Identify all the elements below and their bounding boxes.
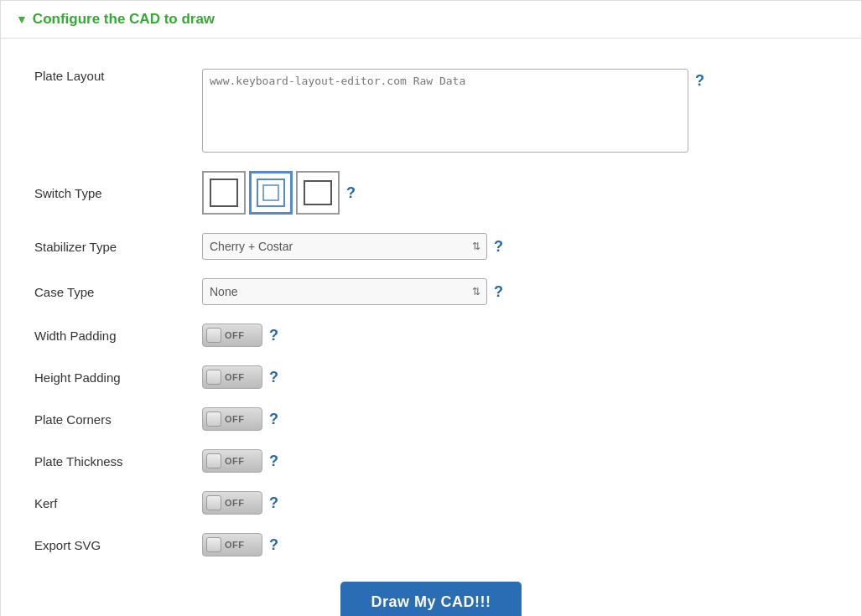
switch-type-control: ? [202, 171, 828, 215]
page-title: Configure the CAD to draw [33, 11, 215, 28]
kerf-help-icon[interactable]: ? [269, 494, 278, 512]
switch-type-label: Switch Type [34, 186, 202, 200]
plate-corners-control: OFF ? [202, 407, 828, 431]
stabilizer-type-select[interactable]: Cherry + Costar Cherry Costar None [202, 233, 487, 260]
width-padding-toggle-label: OFF [225, 330, 245, 340]
height-padding-toggle[interactable]: OFF [202, 365, 262, 389]
export-svg-help-icon[interactable]: ? [269, 536, 278, 554]
switch-type-btn-2[interactable] [249, 171, 293, 215]
stabilizer-type-select-wrapper: Cherry + Costar Cherry Costar None [202, 233, 487, 260]
switch-type-btn-3[interactable] [296, 171, 340, 215]
form-area: Plate Layout ? Switch Type [1, 39, 861, 616]
width-padding-toggle[interactable]: OFF [202, 324, 262, 347]
plate-thickness-control: OFF ? [202, 449, 828, 473]
plate-thickness-label: Plate Thickness [34, 454, 202, 468]
width-padding-control: OFF ? [202, 324, 828, 347]
toggle-knob-icon [206, 328, 221, 343]
plate-layout-row: Plate Layout ? [34, 64, 828, 153]
main-container: ▼ Configure the CAD to draw Plate Layout… [0, 0, 862, 616]
svg-rect-0 [210, 179, 237, 206]
height-padding-label: Height Padding [34, 370, 202, 385]
switch-btn-group [202, 171, 340, 215]
kerf-label: Kerf [34, 496, 202, 510]
kerf-toggle-label: OFF [225, 498, 245, 508]
case-type-label: Case Type [34, 285, 202, 299]
stabilizer-type-help-icon[interactable]: ? [494, 238, 503, 256]
switch-type-row: Switch Type [34, 171, 828, 215]
case-type-row: Case Type None Sandwich Tray ? [34, 278, 828, 305]
case-type-select-wrapper: None Sandwich Tray [202, 278, 487, 305]
plate-layout-label: Plate Layout [34, 69, 202, 83]
case-type-select[interactable]: None Sandwich Tray [202, 278, 487, 305]
toggle-knob-icon [206, 412, 221, 427]
plate-layout-help-icon[interactable]: ? [695, 72, 704, 90]
collapse-arrow-icon[interactable]: ▼ [16, 13, 28, 26]
kerf-row: Kerf OFF ? [34, 491, 828, 515]
width-padding-row: Width Padding OFF ? [34, 324, 828, 347]
export-svg-control: OFF ? [202, 533, 828, 556]
stabilizer-type-row: Stabilizer Type Cherry + Costar Cherry C… [34, 233, 828, 260]
plate-thickness-toggle-label: OFF [225, 456, 245, 466]
toggle-knob-icon [206, 537, 221, 552]
plate-corners-label: Plate Corners [34, 412, 202, 427]
toggle-knob-icon [206, 495, 221, 510]
switch-type-btn-1[interactable] [202, 171, 246, 215]
width-padding-help-icon[interactable]: ? [269, 327, 278, 344]
switch-type-help-icon[interactable]: ? [346, 184, 356, 202]
kerf-control: OFF ? [202, 491, 828, 515]
draw-button-row: Draw My CAD!!! [34, 582, 828, 616]
plate-corners-toggle-label: OFF [225, 414, 245, 424]
case-type-help-icon[interactable]: ? [494, 283, 503, 301]
plate-thickness-toggle[interactable]: OFF [202, 449, 262, 473]
export-svg-row: Export SVG OFF ? [34, 533, 828, 556]
toggle-knob-icon [206, 453, 221, 468]
svg-rect-3 [304, 181, 331, 204]
height-padding-help-icon[interactable]: ? [269, 369, 278, 386]
stabilizer-type-label: Stabilizer Type [34, 240, 202, 254]
svg-rect-2 [263, 185, 278, 200]
svg-rect-1 [257, 179, 284, 206]
height-padding-row: Height Padding OFF ? [34, 365, 828, 389]
toggle-knob-icon [206, 370, 221, 385]
kerf-toggle[interactable]: OFF [202, 491, 262, 515]
plate-thickness-row: Plate Thickness OFF ? [34, 449, 828, 473]
header: ▼ Configure the CAD to draw [1, 1, 861, 39]
draw-cad-button[interactable]: Draw My CAD!!! [340, 582, 521, 616]
export-svg-toggle[interactable]: OFF [202, 533, 262, 556]
plate-corners-row: Plate Corners OFF ? [34, 407, 828, 431]
plate-thickness-help-icon[interactable]: ? [269, 453, 278, 470]
height-padding-toggle-label: OFF [225, 372, 245, 382]
plate-corners-toggle[interactable]: OFF [202, 407, 262, 431]
stabilizer-type-control: Cherry + Costar Cherry Costar None ? [202, 233, 828, 260]
export-svg-toggle-label: OFF [225, 540, 245, 550]
case-type-control: None Sandwich Tray ? [202, 278, 828, 305]
plate-corners-help-icon[interactable]: ? [269, 411, 278, 428]
export-svg-label: Export SVG [34, 538, 202, 552]
plate-layout-control: ? [202, 69, 828, 153]
plate-layout-input[interactable] [202, 69, 688, 153]
height-padding-control: OFF ? [202, 365, 828, 389]
width-padding-label: Width Padding [34, 329, 202, 343]
